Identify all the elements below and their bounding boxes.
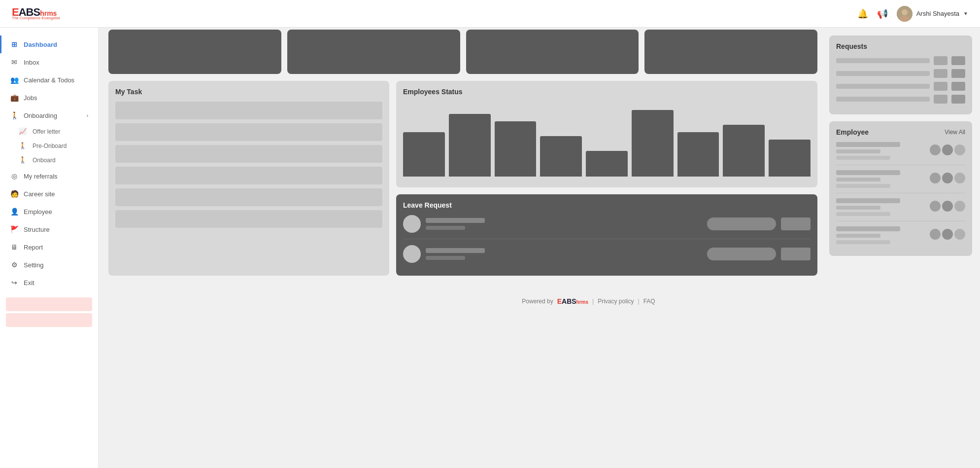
request-badge-3a (934, 82, 947, 91)
employee-card: Employee View All (829, 121, 972, 256)
sidebar-item-career-site[interactable]: 🧑 Career site (0, 185, 98, 203)
sidebar-bottom-btn1[interactable] (6, 297, 92, 311)
sidebar-item-label: Offer letter (33, 128, 60, 135)
stat-card-4 (644, 30, 817, 74)
sidebar-item-offer-letter[interactable]: 📈 Offer letter (18, 124, 98, 139)
mini-avatar-2c (954, 173, 965, 183)
onboard-icon: 🚶 (18, 156, 28, 164)
request-label-1 (836, 58, 930, 63)
task-item-6 (115, 210, 382, 228)
bar-6 (677, 132, 719, 177)
employee-icon: 👤 (10, 208, 19, 216)
report-icon: 🖥 (10, 243, 19, 251)
mini-avatar-2a (930, 173, 941, 183)
emp-name-3 (836, 198, 900, 203)
mini-avatar-3c (954, 201, 965, 212)
sidebar-item-label: Onboarding (24, 112, 57, 119)
bar-1 (449, 114, 491, 177)
header-right: 🔔 📢 Arshi Shayesta ▼ (857, 6, 968, 22)
sidebar-item-setting[interactable]: ⚙ Setting (0, 256, 98, 274)
sidebar-item-exit[interactable]: ↪ Exit (0, 274, 98, 291)
request-row-4 (836, 95, 965, 104)
sidebar-item-pre-onboard[interactable]: 🚶 Pre-Onboard (18, 139, 98, 153)
requests-card: Requests (829, 36, 972, 114)
inbox-icon: ✉ (10, 58, 19, 66)
footer-faq[interactable]: FAQ (643, 298, 655, 305)
sidebar-item-structure[interactable]: 🚩 Structure (0, 220, 98, 238)
svg-point-1 (902, 9, 908, 15)
sidebar-item-label: Setting (24, 261, 43, 269)
footer-privacy[interactable]: Privacy policy (598, 298, 634, 305)
mini-avatar-1c (954, 144, 965, 155)
emp-avatars-3 (930, 201, 965, 212)
request-badge-1b (951, 56, 965, 65)
emp-text-1 (836, 142, 900, 156)
sidebar-item-dashboard[interactable]: ⊞ Dashboard (0, 36, 98, 53)
sidebar-item-label: Exit (24, 279, 34, 287)
leave-avatar-1 (403, 215, 421, 233)
sidebar-item-label: Pre-Onboard (33, 143, 67, 149)
avatar (897, 6, 912, 22)
main-content: Self-Dashboard HR-Dashboard My Task (99, 0, 980, 468)
employees-status-section: Employees Status (396, 81, 817, 187)
right-col: Employees Status Leave Request (396, 81, 817, 276)
leave-sub-2 (426, 256, 465, 260)
setting-icon: ⚙ (10, 261, 19, 269)
exit-icon: ↪ (10, 279, 19, 287)
emp-text-4 (836, 226, 900, 240)
request-label-2 (836, 71, 930, 76)
emp-right-2 (836, 170, 965, 184)
sidebar-item-label: Dashboard (24, 41, 57, 48)
sidebar-item-employee[interactable]: 👤 Employee (0, 203, 98, 220)
sidebar-item-onboarding[interactable]: 🚶 Onboarding › (0, 107, 98, 124)
sidebar-item-onboard[interactable]: 🚶 Onboard (18, 153, 98, 167)
sidebar-item-label: Calendar & Todos (24, 76, 74, 84)
bar-2 (495, 121, 537, 177)
sidebar-bottom-btn2[interactable] (6, 313, 92, 327)
sidebar-item-my-referrals[interactable]: ◎ My referrals (0, 167, 98, 185)
request-label-4 (836, 97, 930, 102)
mini-avatar-4a (930, 229, 941, 240)
sidebar-item-calendar[interactable]: 👥 Calendar & Todos (0, 71, 98, 89)
announcement-icon[interactable]: 📢 (877, 8, 888, 19)
user-menu[interactable]: Arshi Shayesta ▼ (897, 6, 968, 22)
pre-onboard-icon: 🚶 (18, 142, 28, 149)
mini-avatar-3a (930, 201, 941, 212)
emp-name-4 (836, 226, 900, 231)
dashboard-icon: ⊞ (10, 40, 19, 48)
emp-right-3 (836, 198, 965, 212)
leave-btn-2[interactable] (781, 248, 811, 260)
sidebar-item-label: Jobs (24, 94, 37, 102)
stat-card-3 (466, 30, 639, 74)
notification-icon[interactable]: 🔔 (857, 8, 868, 19)
leave-row-1 (403, 215, 811, 239)
sidebar-item-inbox[interactable]: ✉ Inbox (0, 53, 98, 71)
employee-row-3 (836, 198, 965, 221)
onboarding-chevron-icon: › (87, 113, 88, 118)
middle-row: My Task Employees Status (108, 81, 817, 276)
onboarding-icon: 🚶 (10, 111, 19, 119)
bar-chart (403, 102, 811, 180)
emp-right-4 (836, 226, 965, 240)
sidebar-item-jobs[interactable]: 💼 Jobs (0, 89, 98, 107)
request-badge-2b (951, 69, 965, 78)
leave-btn-1[interactable] (781, 217, 811, 230)
leave-request-section: Leave Request (396, 194, 817, 276)
leave-request-title: Leave Request (403, 201, 811, 209)
calendar-icon: 👥 (10, 76, 19, 84)
request-badge-4a (934, 95, 947, 104)
request-badge-2a (934, 69, 947, 78)
emp-avatars-2 (930, 173, 965, 183)
leave-info-1 (426, 218, 702, 230)
sidebar-item-report[interactable]: 🖥 Report (0, 238, 98, 256)
leave-sub-1 (426, 226, 465, 230)
task-item-1 (115, 102, 382, 119)
emp-avatars-1 (930, 144, 965, 155)
stat-cards (108, 30, 817, 74)
emp-role-1 (836, 149, 880, 153)
view-all-link[interactable]: View All (945, 129, 965, 136)
my-task-title: My Task (115, 88, 382, 96)
emp-tag-2 (836, 184, 890, 188)
emp-text-2 (836, 170, 900, 184)
jobs-icon: 💼 (10, 94, 19, 102)
